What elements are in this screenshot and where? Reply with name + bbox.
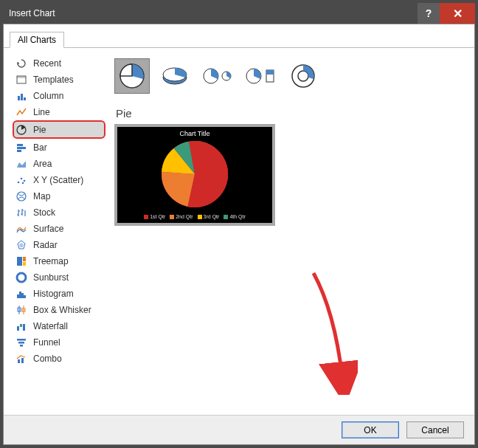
insert-chart-dialog: Insert Chart ? ✕ All Charts Recent Templ… (3, 3, 475, 445)
sidebar-item-templates[interactable]: Templates (13, 72, 105, 87)
pie-subtype-row (114, 55, 465, 97)
sidebar-item-stock[interactable]: Stock (13, 204, 105, 220)
sidebar-item-pie[interactable]: Pie (13, 120, 105, 139)
sidebar-item-label: Area (33, 159, 52, 169)
radar-icon (15, 239, 27, 251)
sidebar-item-map[interactable]: Map (13, 188, 105, 204)
svg-rect-8 (17, 150, 21, 152)
subtype-bar-of-pie[interactable] (243, 58, 278, 94)
svg-rect-7 (17, 147, 26, 149)
subtype-pie[interactable] (114, 58, 150, 94)
sidebar-item-combo[interactable]: Combo (13, 351, 105, 366)
svg-point-20 (20, 275, 24, 279)
sidebar-item-histogram[interactable]: Histogram (13, 286, 105, 301)
svg-rect-22 (19, 292, 21, 298)
sidebar-item-sunburst[interactable]: Sunburst (13, 269, 105, 285)
tab-row: All Charts (4, 29, 474, 48)
histogram-icon (15, 288, 27, 300)
treemap-icon (15, 255, 27, 267)
svg-rect-24 (24, 295, 26, 298)
svg-rect-35 (18, 359, 20, 363)
chart-preview[interactable]: Chart Title (114, 124, 275, 226)
surface-icon (15, 223, 27, 235)
svg-point-46 (298, 71, 308, 81)
svg-point-12 (22, 182, 24, 184)
svg-rect-6 (17, 144, 23, 146)
close-button[interactable]: ✕ (440, 3, 475, 24)
sidebar-item-line[interactable]: Line (13, 104, 105, 120)
subtype-pie-of-pie[interactable] (200, 58, 235, 94)
column-icon (15, 90, 27, 102)
ok-button[interactable]: OK (342, 421, 399, 438)
sidebar-item-surface[interactable]: Surface (13, 221, 105, 236)
sidebar-item-column[interactable]: Column (13, 88, 105, 103)
sidebar-item-label: X Y (Scatter) (33, 175, 83, 185)
svg-rect-44 (266, 70, 274, 75)
svg-rect-4 (24, 97, 26, 100)
annotation-arrow-icon (306, 269, 358, 395)
sidebar-item-label: Sunburst (33, 272, 69, 283)
sidebar-item-box-whisker[interactable]: Box & Whisker (13, 302, 105, 317)
svg-rect-29 (17, 326, 19, 331)
svg-point-9 (18, 181, 20, 183)
svg-rect-21 (17, 294, 19, 298)
templates-icon (15, 74, 27, 86)
area-icon (15, 158, 27, 170)
svg-point-13 (17, 192, 26, 201)
window-title: Insert Chart (3, 8, 418, 18)
sidebar-item-label: Waterfall (33, 321, 68, 331)
svg-rect-31 (23, 324, 25, 331)
sidebar-item-label: Bar (33, 142, 47, 153)
svg-rect-23 (21, 293, 24, 298)
sidebar-item-label: Histogram (33, 289, 74, 299)
sidebar-item-label: Column (33, 91, 63, 101)
svg-rect-36 (21, 358, 24, 363)
sidebar-item-label: Pie (33, 125, 46, 135)
sidebar-item-label: Funnel (33, 337, 60, 348)
pie-chart-icon (158, 137, 232, 211)
svg-rect-33 (18, 342, 24, 344)
sidebar-item-label: Map (33, 191, 50, 201)
line-icon (15, 106, 27, 118)
sidebar-item-radar[interactable]: Radar (13, 237, 105, 252)
chart-type-heading: Pie (116, 107, 465, 120)
sidebar-item-bar[interactable]: Bar (13, 139, 105, 155)
sidebar-item-funnel[interactable]: Funnel (13, 334, 105, 350)
stock-icon (15, 207, 27, 218)
map-icon (15, 190, 27, 202)
svg-rect-30 (20, 324, 22, 327)
combo-icon (15, 353, 27, 365)
help-button[interactable]: ? (418, 3, 440, 24)
sidebar-item-label: Line (33, 107, 50, 117)
subtype-3d-pie[interactable] (157, 58, 193, 94)
dialog-footer: OK Cancel (4, 415, 474, 444)
funnel-icon (15, 337, 27, 348)
svg-rect-1 (17, 76, 26, 78)
sidebar-item-label: Recent (33, 58, 61, 69)
pie-icon (15, 124, 27, 136)
preview-legend: 1st Qtr 2nd Qtr 3rd Qtr 4th Qtr (144, 214, 246, 219)
sidebar-item-label: Templates (33, 75, 74, 85)
sunburst-icon (15, 272, 27, 283)
bar-icon (15, 142, 27, 154)
svg-rect-3 (21, 94, 23, 100)
sidebar-item-label: Surface (33, 224, 63, 234)
sidebar-item-area[interactable]: Area (13, 156, 105, 171)
sidebar-item-label: Combo (33, 354, 62, 364)
sidebar-item-waterfall[interactable]: Waterfall (13, 318, 105, 334)
svg-rect-16 (17, 257, 22, 266)
sidebar-item-label: Stock (33, 207, 55, 218)
sidebar-item-label: Treemap (33, 256, 69, 266)
svg-marker-15 (19, 243, 24, 247)
sidebar-item-scatter[interactable]: X Y (Scatter) (13, 172, 105, 187)
chart-type-sidebar: Recent Templates Column Line Pie (13, 55, 105, 412)
sidebar-item-treemap[interactable]: Treemap (13, 253, 105, 269)
sidebar-item-recent[interactable]: Recent (13, 55, 105, 71)
preview-title: Chart Title (179, 130, 209, 137)
subtype-doughnut[interactable] (285, 58, 321, 94)
svg-rect-32 (17, 339, 26, 341)
tab-all-charts[interactable]: All Charts (10, 32, 64, 48)
cancel-button[interactable]: Cancel (406, 421, 464, 438)
sidebar-item-label: Radar (33, 240, 58, 250)
svg-point-11 (24, 179, 26, 182)
